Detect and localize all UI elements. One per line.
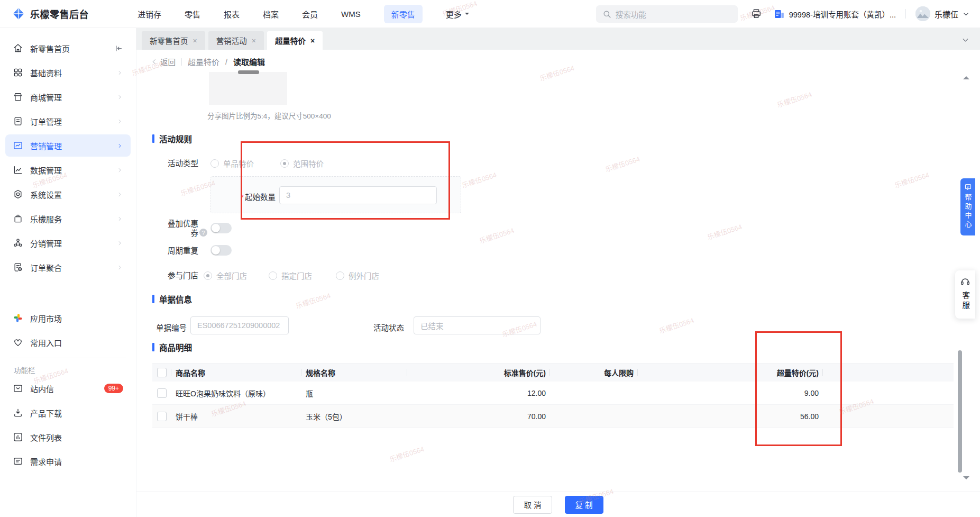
sidebar: 新零售首页 基础资料 商城管理 订单管理 营销管理 数据管理 — [0, 28, 136, 517]
sidebar-item-messages[interactable]: 站内信 99+ — [5, 377, 131, 400]
avatar — [915, 6, 930, 21]
sidebar-item-home[interactable]: 新零售首页 — [5, 37, 131, 59]
scroll-up-arrow[interactable] — [963, 76, 969, 79]
sidebar-item-files[interactable]: 文件列表 — [5, 426, 131, 448]
help-center-icon — [964, 183, 972, 191]
radio-all-stores[interactable]: 全部门店 — [204, 270, 247, 281]
customer-service-label: 客服 — [961, 291, 969, 312]
doc-no-input[interactable]: ES00667251209000002 — [190, 316, 289, 334]
menu-item-reports[interactable]: 报表 — [224, 8, 240, 20]
row-checkbox-cell — [152, 405, 171, 428]
account-selector[interactable]: 99998-培训专用账套（黄凯）... — [774, 8, 896, 20]
sidebar-item-label: 站内信 — [30, 383, 54, 394]
share-image-preview[interactable] — [209, 72, 287, 105]
menu-item-archives[interactable]: 档案 — [263, 8, 279, 20]
search-input[interactable]: 搜索功能 — [596, 5, 738, 23]
stores-label: 参与门店 — [148, 271, 198, 280]
sidebar-item-label: 订单聚合 — [30, 262, 62, 273]
column-header-tail — [823, 364, 954, 382]
menu-item-members[interactable]: 会员 — [302, 8, 318, 20]
start-qty-label: *起始数量 — [211, 191, 276, 202]
copy-button[interactable]: 复 制 — [565, 496, 603, 514]
menu-item-retail[interactable]: 零售 — [185, 8, 200, 20]
sidebar-item-mall[interactable]: 商城管理 — [5, 86, 131, 108]
cell-standard-price: 70.00 — [407, 405, 550, 428]
tab-over-quantity-special[interactable]: 超量特价 × — [267, 31, 323, 50]
section-title: 活动规则 — [159, 133, 192, 144]
sidebar-item-distribution[interactable]: 分销管理 — [5, 232, 131, 254]
sidebar-item-label: 基础资料 — [30, 67, 62, 78]
printer-icon[interactable] — [750, 8, 762, 20]
scroll-down-arrow[interactable] — [963, 476, 969, 479]
back-button[interactable]: 返回 — [151, 56, 176, 67]
cycle-repeat-toggle[interactable] — [210, 245, 232, 256]
help-icon[interactable]: ? — [199, 229, 207, 237]
scrollbar-thumb[interactable] — [958, 350, 962, 473]
sidebar-item-label: 数据管理 — [30, 165, 62, 176]
doc-no-value: ES00667251209000002 — [197, 321, 280, 330]
sidebar-item-services[interactable]: 乐檬服务 — [5, 207, 131, 230]
order-doc-icon — [13, 116, 23, 126]
stack-coupon-label: 叠加优惠 券 — [148, 219, 198, 238]
menu-item-more[interactable]: 更多 — [446, 8, 469, 20]
radio-label: 范围特价 — [293, 158, 324, 169]
sidebar-item-order-aggregate[interactable]: 订单聚合 — [5, 256, 131, 278]
cell-product-name: 旺旺O泡果奶味饮料（原味） — [171, 382, 301, 404]
sidebar-item-marketing[interactable]: 营销管理 — [5, 134, 131, 157]
sidebar-item-basic-data[interactable]: 基础资料 — [5, 61, 131, 84]
radio-label: 单品特价 — [223, 158, 254, 169]
row-checkbox[interactable] — [157, 412, 167, 421]
unread-badge: 99+ — [104, 384, 123, 393]
breadcrumb-parent[interactable]: 超量特价 — [188, 56, 219, 67]
close-icon[interactable]: × — [310, 37, 315, 44]
section-activity-rules: 活动规则 — [152, 133, 192, 144]
chevron-down-icon — [465, 13, 469, 17]
chevron-down-icon — [963, 11, 969, 17]
sidebar-item-settings[interactable]: 系统设置 — [5, 183, 131, 205]
stack-coupon-toggle[interactable] — [210, 223, 232, 233]
sidebar-collapse-icon[interactable] — [114, 44, 123, 53]
sidebar-item-downloads[interactable]: 产品下载 — [5, 402, 131, 424]
radio-single-item-special[interactable]: 单品特价 — [210, 158, 254, 169]
sidebar-item-label: 文件列表 — [30, 432, 62, 443]
app-logo[interactable]: 乐檬零售后台 — [0, 7, 89, 21]
menu-item-new-retail[interactable]: 新零售 — [384, 5, 423, 23]
radio-excluded-stores[interactable]: 例外门店 — [336, 270, 379, 281]
user-menu[interactable]: 乐檬伍 — [915, 6, 969, 21]
start-qty-input[interactable]: 3 — [279, 186, 437, 204]
tab-marketing-activities[interactable]: 营销活动 × — [208, 31, 264, 50]
radio-range-special[interactable]: 范围特价 — [280, 158, 324, 169]
cell-spacer — [638, 382, 755, 404]
table-row: 旺旺O泡果奶味饮料（原味） 瓶 12.00 9.00 — [152, 382, 954, 405]
cycle-repeat-label: 周期重复 — [148, 246, 198, 256]
start-qty-value: 3 — [286, 191, 290, 199]
marketing-chart-icon — [13, 140, 23, 151]
sidebar-item-label: 乐檬服务 — [30, 213, 62, 224]
sidebar-item-app-market[interactable]: 应用市场 — [5, 307, 131, 329]
activity-status-input[interactable]: 已结束 — [414, 316, 541, 334]
tab-overflow-chevron-icon[interactable] — [961, 36, 969, 44]
sidebar-item-orders[interactable]: 订单管理 — [5, 110, 131, 132]
sidebar-item-data[interactable]: 数据管理 — [5, 159, 131, 181]
activity-status-value: 已结束 — [420, 320, 444, 331]
menu-item-wms[interactable]: WMS — [341, 10, 361, 19]
menu-item-more-label: 更多 — [446, 8, 462, 20]
sidebar-item-requests[interactable]: 需求申请 — [5, 450, 131, 473]
row-checkbox[interactable] — [157, 388, 167, 398]
sidebar-item-favorites[interactable]: 常用入口 — [5, 331, 131, 353]
back-label: 返回 — [160, 56, 176, 67]
select-all-checkbox[interactable] — [157, 368, 167, 377]
radio-label: 全部门店 — [216, 270, 247, 281]
menu-item-inventory[interactable]: 进销存 — [138, 8, 161, 20]
radio-specified-stores[interactable]: 指定门店 — [269, 270, 312, 281]
image-ratio-hint: 分享图片比例为5:4，建议尺寸500×400 — [207, 110, 331, 121]
cancel-button[interactable]: 取 消 — [513, 496, 552, 514]
close-icon[interactable]: × — [193, 37, 197, 44]
table-row: 饼干棒 玉米（5包） 70.00 56.00 — [152, 405, 954, 428]
share-network-icon — [13, 238, 23, 248]
tab-new-retail-home[interactable]: 新零售首页 × — [142, 31, 205, 50]
close-icon[interactable]: × — [252, 37, 256, 44]
file-chart-icon — [13, 432, 23, 442]
help-center-button[interactable]: 帮助中心 — [960, 178, 975, 235]
customer-service-button[interactable]: 客服 — [955, 270, 975, 319]
